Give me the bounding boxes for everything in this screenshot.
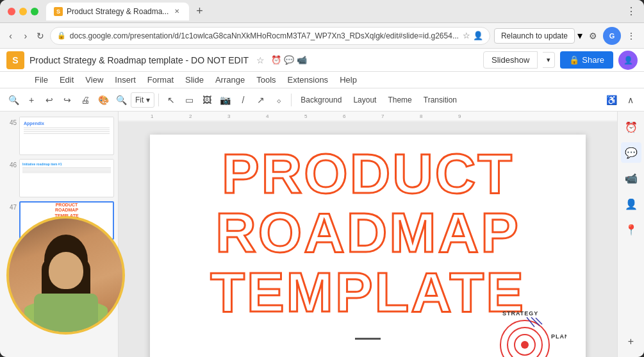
zoom-out-btn[interactable]: 🔍 <box>5 92 22 108</box>
canvas-area: 1 2 3 4 5 6 7 8 9 PRODUCT <box>119 112 617 357</box>
slideshow-button[interactable]: Slideshow <box>483 51 538 69</box>
star-icon[interactable]: ☆ <box>256 55 265 65</box>
menu-extensions[interactable]: Extensions <box>283 74 334 86</box>
accessibility-btn[interactable]: ♿ <box>603 92 620 108</box>
slide-number-46: 46 <box>4 162 17 169</box>
window-menu-icon[interactable]: ⋮ <box>626 5 636 17</box>
forward-button[interactable]: › <box>20 28 31 44</box>
zoom-in-btn[interactable]: + <box>23 92 40 108</box>
slide-thumbnail-46[interactable]: Initiative roadmap item #1 <box>19 159 114 197</box>
camera-tool[interactable]: 📷 <box>217 92 233 108</box>
menu-edit[interactable]: Edit <box>54 74 79 86</box>
address-bar[interactable]: 🔒 docs.google.com/presentation/d/1c1owlc… <box>50 27 490 45</box>
user-avatar[interactable]: 👤 <box>618 51 638 70</box>
svg-point-11 <box>500 320 549 357</box>
profile-icon[interactable]: 👤 <box>473 31 483 40</box>
svg-text:5: 5 <box>304 113 308 119</box>
new-tab-button[interactable]: + <box>192 4 207 19</box>
menu-arrange[interactable]: Arrange <box>210 74 250 86</box>
back-button[interactable]: ‹ <box>5 28 16 44</box>
undo-btn[interactable]: ↩ <box>41 92 58 108</box>
menu-tools[interactable]: Tools <box>251 74 281 86</box>
sidebar-icon-comments[interactable]: 💬 <box>621 142 641 163</box>
sidebar-icon-history[interactable]: ⏰ <box>621 117 641 137</box>
slide-main[interactable]: PRODUCT ROADMAP TEMPLATE <box>150 135 586 357</box>
comments-icon[interactable]: 💬 <box>284 55 294 65</box>
slide-item-46[interactable]: 46 Initiative roadmap item #1 <box>4 159 114 197</box>
browser-actions: Relaunch to update ▾ ⚙ G ⋮ <box>494 27 639 45</box>
slides-favicon: S <box>6 51 24 69</box>
slide-divider <box>355 338 381 340</box>
toolbar-divider-2 <box>291 94 292 106</box>
redo-btn[interactable]: ↪ <box>59 92 76 108</box>
zoom-level[interactable]: Fit ▾ <box>131 92 154 108</box>
menu-help[interactable]: Help <box>334 74 362 86</box>
line-tool[interactable]: / <box>235 92 251 108</box>
share-button[interactable]: 🔒 Share <box>560 51 613 69</box>
relaunch-button[interactable]: Relaunch to update <box>494 28 575 44</box>
slide-title-block: PRODUCT ROADMAP TEMPLATE <box>150 144 586 322</box>
tab-close-button[interactable]: ✕ <box>172 7 181 16</box>
menu-file[interactable]: File <box>29 74 53 86</box>
menu-bar: File Edit View Insert Format Slide Arran… <box>0 72 644 88</box>
webcam-person <box>9 219 122 332</box>
slides-app-bar: S Product Strategy & Roadmap template - … <box>0 49 644 72</box>
background-btn[interactable]: Background <box>295 94 347 106</box>
sidebar-add-icon[interactable]: + <box>621 331 641 352</box>
svg-text:2: 2 <box>189 113 192 119</box>
browser-profile[interactable]: G <box>603 27 621 45</box>
menu-insert[interactable]: Insert <box>110 74 141 86</box>
menu-slide[interactable]: Slide <box>180 74 209 86</box>
address-bar-row: ‹ › ↻ 🔒 docs.google.com/presentation/d/1… <box>0 23 644 49</box>
menu-format[interactable]: Format <box>142 74 179 86</box>
svg-text:4: 4 <box>266 113 269 119</box>
menu-view[interactable]: View <box>80 74 108 86</box>
tab-bar: S Product Strategy & Roadma... ✕ + <box>46 3 626 21</box>
slideshow-dropdown[interactable]: ▾ <box>543 52 555 68</box>
reload-button[interactable]: ↻ <box>35 28 46 44</box>
browser-window: S Product Strategy & Roadma... ✕ + ⋮ ‹ ›… <box>0 0 644 357</box>
ruler-horizontal: 1 2 3 4 5 6 7 8 9 <box>119 112 617 122</box>
lock-icon: 🔒 <box>57 31 66 40</box>
slide-line2: ROADMAP <box>150 203 586 262</box>
doc-title: Product Strategy & Roadmap template - DO… <box>29 55 249 65</box>
slide-item-45[interactable]: 45 Appendix <box>4 117 114 155</box>
slide-main-content: PRODUCT ROADMAP TEMPLATE <box>150 135 586 357</box>
shape-tool[interactable]: ▭ <box>181 92 197 108</box>
print-btn[interactable]: 🖨 <box>77 92 94 108</box>
extension-icon[interactable]: ⚙ <box>585 28 600 44</box>
image-tool[interactable]: 🖼 <box>199 92 215 108</box>
relaunch-dropdown-icon[interactable]: ▾ <box>577 29 582 42</box>
url-text: docs.google.com/presentation/d/1c1owlcaG… <box>70 31 459 40</box>
theme-btn[interactable]: Theme <box>383 94 417 106</box>
cursor-tool[interactable]: ↖ <box>163 92 179 108</box>
slide-thumbnail-45[interactable]: Appendix <box>19 117 114 155</box>
svg-text:3: 3 <box>227 113 231 119</box>
maximize-button[interactable] <box>31 8 38 15</box>
svg-text:1: 1 <box>151 113 154 119</box>
bookmark-icon[interactable]: ☆ <box>463 31 470 40</box>
arrow-tool[interactable]: ↗ <box>252 92 269 108</box>
close-button[interactable] <box>8 8 15 15</box>
sidebar-icon-present[interactable]: 📹 <box>621 168 641 188</box>
svg-text:STRATEGY: STRATEGY <box>502 310 538 317</box>
sidebar-icon-profile[interactable]: 👤 <box>621 194 641 214</box>
sidebar-icon-location[interactable]: 📍 <box>621 219 641 240</box>
slides-actions: Slideshow ▾ 🔒 Share 👤 <box>483 51 638 70</box>
svg-text:8: 8 <box>420 113 423 119</box>
transition-btn[interactable]: Transition <box>418 94 462 106</box>
person-face <box>49 252 83 289</box>
zoom-fit-btn[interactable]: 🔍 <box>113 92 129 108</box>
minimize-button[interactable] <box>19 8 27 15</box>
more-options-icon[interactable]: ⋮ <box>623 28 639 44</box>
svg-point-14 <box>521 341 529 349</box>
svg-text:7: 7 <box>381 113 384 119</box>
svg-rect-0 <box>119 112 617 122</box>
layout-btn[interactable]: Layout <box>348 94 381 106</box>
more-shapes-btn[interactable]: ⬦ <box>270 92 287 108</box>
paint-format-btn[interactable]: 🎨 <box>95 92 111 108</box>
history-icon[interactable]: ⏰ <box>271 55 281 65</box>
active-tab[interactable]: S Product Strategy & Roadma... ✕ <box>46 3 189 21</box>
collapse-btn[interactable]: ∧ <box>622 92 639 108</box>
present-icon[interactable]: 📹 <box>297 55 307 65</box>
